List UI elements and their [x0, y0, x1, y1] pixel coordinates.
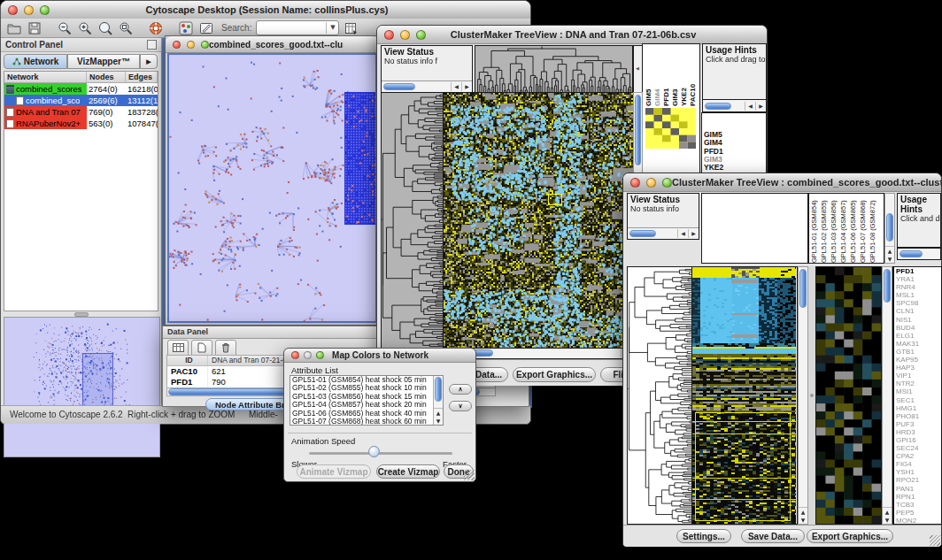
column-label[interactable]: GPL51-03 (GSM856) [830, 194, 839, 263]
column-label[interactable]: GPL51-07 (GSM868) [859, 194, 869, 263]
row-dendrogram[interactable] [382, 93, 444, 348]
tv2-status-hscrollbar[interactable]: ◀ ▶ [628, 227, 699, 239]
gene-item[interactable]: MSI1 [894, 387, 941, 395]
slider-thumb[interactable] [368, 446, 380, 457]
column-label[interactable]: YKE2 [680, 44, 689, 106]
gene-item[interactable]: CPA2 [894, 452, 941, 460]
scroll-thumb[interactable] [435, 377, 442, 402]
treeview1-titlebar[interactable]: ClusterMaker TreeView : DNA and Tran 07-… [377, 26, 767, 44]
gene-item[interactable]: MSL1 [894, 291, 941, 299]
tv1-usage-hscrollbar[interactable]: ◀ ▶ [702, 100, 767, 112]
zoom-button[interactable] [201, 41, 209, 49]
gene-item[interactable]: MON2 [894, 517, 941, 525]
scroll-thumb[interactable] [886, 213, 893, 242]
zoom-selected-icon[interactable] [97, 20, 113, 36]
new-attribute-icon[interactable] [191, 340, 212, 356]
network-row[interactable]: RNAPuberNov2+ 563(0) 107847(0) [4, 118, 158, 129]
close-button[interactable] [630, 178, 640, 188]
close-button[interactable] [8, 5, 18, 15]
gene-item[interactable]: KAP95 [894, 356, 941, 364]
listbox-vscrollbar[interactable]: ▲▼ [433, 376, 443, 425]
tv2-column-dendrogram-pane[interactable] [701, 193, 808, 264]
resize-grip[interactable] [930, 535, 940, 546]
scroll-left-arrow[interactable]: ◀ [451, 82, 461, 91]
column-label[interactable]: PAC10 [689, 44, 698, 106]
save-icon[interactable] [27, 20, 42, 36]
settings-button[interactable]: Settings... [676, 529, 731, 543]
zoom-button[interactable] [40, 5, 50, 15]
zoom-button[interactable] [316, 351, 324, 359]
row-dendrogram[interactable] [628, 267, 691, 524]
attribute-listbox[interactable]: GPL51-01 (GSM854) heat shock 05 minGPL51… [290, 375, 444, 426]
heatmap-splitter[interactable] [808, 266, 815, 525]
zoom-button[interactable] [416, 30, 426, 40]
scroll-left-arrow[interactable]: ◀ [677, 229, 688, 238]
column-label[interactable]: GIM5 [645, 44, 653, 106]
minimize-button[interactable] [400, 30, 410, 40]
scroll-arrows[interactable]: ▲▼ [434, 408, 443, 425]
zoom-fit-icon[interactable] [118, 20, 134, 36]
close-button[interactable] [173, 41, 181, 49]
scroll-arrows[interactable]: ▲▼ [799, 507, 807, 524]
zoom-in-icon[interactable] [77, 20, 93, 36]
column-label[interactable]: GPL51-01 (GSM854) [810, 194, 820, 263]
attribute-item[interactable]: GPL51-07 (GSM868) heat shock 60 min [290, 418, 433, 425]
annotation-icon[interactable] [198, 20, 214, 36]
scroll-thumb[interactable] [635, 95, 641, 165]
gene-item[interactable]: YRA1 [894, 275, 941, 283]
column-label[interactable]: PFD1 [662, 44, 671, 106]
close-button[interactable] [291, 351, 299, 359]
gene-item[interactable]: YSH1 [894, 468, 941, 476]
scroll-right-arrow[interactable]: ▶ [755, 102, 766, 111]
tv2-usage-hscrollbar[interactable] [897, 248, 941, 260]
scroll-arrows[interactable]: ▲▼ [883, 507, 892, 524]
gene-item[interactable]: SEC1 [894, 396, 941, 404]
tv2-labels-vscrollbar[interactable]: ▲▼ [884, 193, 895, 264]
animation-speed-slider[interactable] [309, 452, 452, 455]
column-label[interactable]: GPL51-04 (GSM857) [839, 194, 849, 263]
tab-overflow-arrow[interactable]: ▶ [140, 54, 158, 69]
network-row[interactable]: DNA and Tran 07 769(0) 183728(0) [4, 106, 158, 118]
search-dropdown-caret[interactable]: ▼ [326, 22, 338, 34]
network-row[interactable]: combined_sco 2569(6) 13112(15) [4, 95, 158, 106]
gene-item[interactable]: SPC98 [894, 299, 941, 307]
gene-item[interactable]: BUD4 [894, 324, 941, 332]
zoom-heatmap-view[interactable] [816, 267, 881, 524]
gene-item[interactable]: HMG1 [894, 404, 941, 412]
animate-vizmap-button[interactable]: Animate Vizmap [297, 464, 371, 479]
export-graphics-button[interactable]: Export Graphics... [807, 529, 893, 543]
gene-item[interactable]: HRD3 [894, 428, 941, 436]
tv2-global-vscrollbar[interactable]: ▲▼ [798, 266, 808, 525]
attribute-browser-icon[interactable] [344, 20, 359, 36]
gene-item[interactable]: NTR2 [894, 380, 941, 387]
gene-item[interactable]: GTB1 [894, 348, 941, 356]
column-label[interactable]: GPL51-08 (GSM872) [869, 194, 878, 263]
search-input[interactable]: ▼ [256, 20, 339, 35]
main-titlebar[interactable]: Cytoscape Desktop (Session Name: collins… [1, 1, 530, 19]
float-panel-icon[interactable] [147, 40, 157, 50]
gene-item[interactable]: PUF3 [894, 420, 941, 428]
vizmapper-icon[interactable] [178, 20, 194, 36]
export-graphics-button[interactable]: Export Graphics... [513, 367, 596, 382]
column-label[interactable]: GPL51-06 (GSM865) [849, 194, 859, 263]
gene-item[interactable]: SEC24 [894, 444, 941, 452]
minimize-button[interactable] [646, 178, 656, 188]
minimize-button[interactable] [24, 5, 34, 15]
gene-item[interactable]: GPI16 [894, 436, 941, 444]
close-button[interactable] [384, 30, 394, 40]
gene-item[interactable]: PHO81 [894, 412, 941, 420]
minimize-button[interactable] [187, 41, 195, 49]
gene-item[interactable]: PEP5 [894, 509, 941, 517]
scroll-thumb[interactable] [383, 83, 415, 90]
network-row[interactable]: combined_scores 2764(0) 16218(0) [4, 83, 158, 95]
minimize-button[interactable] [304, 351, 312, 359]
zoom-button[interactable] [662, 178, 672, 188]
column-label[interactable]: GPL51-02 (GSM855) [820, 194, 830, 263]
move-down-button[interactable]: ∨ [449, 401, 472, 411]
collapse-arrow-icon[interactable]: ◀ [636, 65, 639, 71]
gene-item[interactable]: CLN1 [894, 307, 941, 315]
table-mode-icon[interactable] [167, 340, 189, 356]
gene-item[interactable]: RPN1 [894, 493, 941, 501]
network-graph-view[interactable] [169, 55, 377, 323]
network-list-header[interactable]: Network Nodes Edges [4, 72, 158, 83]
